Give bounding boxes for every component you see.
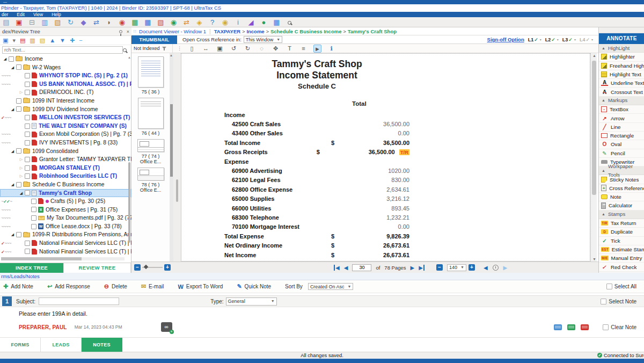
signoff-level-l4[interactable]: L4✓▾ — [580, 37, 593, 42]
thumbnail-image[interactable] — [138, 56, 164, 88]
breadcrumb-item[interactable]: Tammy's Craft Shop — [348, 28, 397, 34]
tree-checkbox[interactable] — [25, 124, 30, 129]
annotate-tool-textbox[interactable]: TextBox — [599, 105, 644, 114]
tree-item[interactable]: ~~~~US BANK NATIONAL ASSOC. (T) | Pg. 3 … — [0, 80, 131, 89]
search-icon[interactable] — [286, 18, 294, 26]
unlink-pages-icon[interactable]: − — [79, 37, 82, 44]
menu-item-edit[interactable]: Edit — [17, 12, 25, 17]
annotate-tool-highlight-text[interactable]: Highlight Text — [599, 70, 644, 79]
fit-page-icon[interactable]: ▯ — [188, 45, 196, 53]
annotate-tool-oval[interactable]: Oval — [599, 140, 644, 149]
tree-item[interactable]: ◢1099-R Distributions From Pensions, Ann… — [0, 230, 131, 239]
tree-item[interactable]: ✓~~~National Financial Services LLC (T) … — [0, 248, 131, 256]
pdf-export-icon[interactable]: ▣ — [15, 18, 23, 26]
text-tool-icon[interactable]: T — [286, 45, 294, 53]
tree-item[interactable]: ▷Grantor Letter: TAMMY TAXPAYER TRUST:BA… — [0, 155, 131, 164]
annotate-tool-note[interactable]: Note — [599, 193, 644, 201]
export-document-icon[interactable]: ▥ — [41, 18, 49, 26]
close-icon[interactable]: × — [127, 29, 129, 34]
note-body[interactable]: Please enter 199A in detail. — [0, 307, 644, 320]
refresh-icon[interactable]: ◌ — [258, 45, 266, 53]
annotate-section-highlight[interactable]: ▲HighLight — [599, 44, 644, 53]
sureprep-icon[interactable]: ● — [260, 18, 268, 26]
annotate-tool-arrow[interactable]: Arrow — [599, 114, 644, 122]
annotate-tool-cross-reference[interactable]: Cross Reference — [599, 184, 644, 193]
document-add-icon[interactable]: ▥ — [30, 37, 35, 44]
annotate-tool-underline-text[interactable]: Underline Text — [599, 79, 644, 88]
rotate-left-icon[interactable]: ↺ — [230, 45, 238, 53]
last-page-button[interactable]: ▶ — [419, 265, 425, 271]
checklist-icon[interactable]: ▤ — [20, 37, 25, 44]
minimize-icon[interactable]: — — [3, 1, 7, 4]
expander-icon[interactable]: ◢ — [10, 63, 16, 72]
expander-icon[interactable]: ▷ — [18, 164, 24, 172]
cross-ref-select[interactable]: This Window ▼ — [244, 36, 282, 43]
annotate-tool-line[interactable]: Line — [599, 123, 644, 132]
link-pages-icon[interactable]: ✚ — [70, 37, 75, 44]
tree-checkbox[interactable] — [16, 106, 21, 112]
not-indexed-filter[interactable]: Not Indexed — [131, 44, 173, 53]
expander-icon[interactable]: ▷ — [18, 88, 24, 97]
tree-checkbox[interactable] — [16, 182, 21, 187]
expander-icon[interactable]: ◢ — [10, 105, 16, 114]
first-page-button[interactable]: ◀ — [334, 265, 340, 271]
thumbnail-image[interactable] — [137, 168, 164, 180]
select-all-checkbox[interactable] — [606, 284, 612, 289]
tree-checkbox[interactable] — [16, 232, 21, 237]
annotate-tool-stamp-badge[interactable]: M/EManual Entry — [599, 254, 644, 263]
splitter-handle[interactable] — [176, 179, 178, 202]
scroll-down-icon[interactable]: ▼ — [592, 257, 596, 261]
annotate-section-markups[interactable]: ▲Markups — [599, 97, 644, 105]
tree-item[interactable]: ◢1099 DIV Dividend Income — [0, 105, 131, 114]
user-status-icon[interactable]: ◉ — [170, 18, 178, 26]
move-down-icon[interactable]: ▼ — [60, 37, 65, 44]
export-word-button[interactable]: WExport To Word — [178, 284, 223, 290]
info-star-icon[interactable]: ℹ — [327, 45, 335, 53]
page-number-input[interactable] — [352, 264, 371, 271]
thumbnail-scrollbar[interactable]: ▲ — [170, 53, 173, 262]
tree-checkbox[interactable] — [25, 249, 30, 254]
page-thumbnail[interactable]: 75 ( 36 ) — [131, 56, 170, 95]
tree-checkbox[interactable] — [25, 157, 30, 162]
panel-splitter[interactable] — [173, 53, 181, 262]
outline-icon[interactable]: ≡ — [299, 45, 308, 53]
folder-open-icon[interactable]: ▧ — [40, 37, 45, 44]
annotate-tool-sticky-notes[interactable]: Sticky Notes — [599, 175, 644, 184]
zoom-out-button[interactable]: − — [436, 264, 443, 271]
annotate-section-workpaper-tools[interactable]: ▲Workpaper Tools — [599, 166, 644, 175]
tax-form-icon[interactable]: ▦ — [131, 18, 139, 26]
menu-item-help[interactable]: Help — [52, 12, 61, 17]
select-note-checkbox[interactable] — [601, 299, 606, 304]
tab-leads[interactable]: LEADS — [41, 338, 82, 352]
lock-icon[interactable]: ◈ — [195, 18, 203, 26]
move-up-icon[interactable]: ▲ — [49, 37, 55, 44]
expander-icon[interactable]: ▷ — [18, 155, 24, 164]
sort-by-select[interactable]: Created On Asc▼ — [308, 283, 353, 290]
signoff-level-l1[interactable]: L1✓▾ — [528, 37, 541, 42]
delete-icon[interactable] — [581, 324, 589, 330]
annotate-tool-stamp-badge[interactable]: T/RTax Return — [599, 219, 644, 228]
user-blocked-icon[interactable]: ◉ — [118, 18, 126, 26]
expander-icon[interactable]: ◢ — [10, 230, 16, 239]
tree-checkbox[interactable] — [16, 148, 21, 154]
user-icon[interactable]: ◉ — [221, 18, 229, 26]
menu-item-view[interactable]: View — [33, 12, 43, 17]
annotate-tool-red-check[interactable]: Red Check — [599, 263, 644, 271]
tree-item[interactable]: ◢Schedule C Business Income — [0, 180, 131, 189]
filter-icon[interactable] — [162, 46, 167, 51]
drag-handle-icon[interactable]: ∷ — [134, 29, 136, 34]
email-button[interactable]: ✉E-mail — [141, 283, 164, 290]
tree-item[interactable]: ~~~~WHYNOT STOP INC. (S) | Pg. 2 (1) — [0, 71, 131, 80]
sync-icon[interactable]: ↻ — [67, 18, 75, 26]
share-icon[interactable]: ◆ — [79, 18, 87, 26]
transfer-icon[interactable]: ⇄ — [182, 18, 191, 26]
binder-folder-icon[interactable]: ▧ — [157, 18, 165, 26]
print-icon[interactable]: ⊟ — [28, 18, 36, 26]
tree-item[interactable]: ◢Income — [0, 55, 131, 63]
tree-item[interactable]: ✓~~~MELLON INVESTOR SERVICES (T) | Pg. 6… — [0, 113, 131, 122]
pan-icon[interactable]: ✥ — [272, 45, 280, 53]
tree-checkbox[interactable] — [25, 165, 30, 171]
add-response-button[interactable]: ↩Add Response — [47, 283, 90, 290]
tree-item[interactable]: ▷Robinhood Securities LLC (T) — [0, 172, 131, 180]
expander-icon[interactable]: ◢ — [2, 55, 8, 63]
